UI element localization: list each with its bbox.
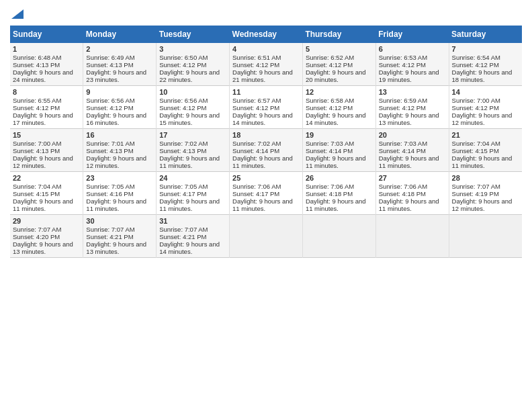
day-number: 12 xyxy=(306,88,373,96)
calendar-cell: 11Sunrise: 6:57 AMSunset: 4:12 PMDayligh… xyxy=(230,86,303,129)
sunrise-text: Sunrise: 6:56 AM xyxy=(86,97,134,104)
sunset-text: Sunset: 4:14 PM xyxy=(306,147,353,154)
calendar-row: 1Sunrise: 6:48 AMSunset: 4:13 PMDaylight… xyxy=(10,43,522,86)
calendar-cell xyxy=(375,215,449,258)
day-number: 7 xyxy=(452,45,519,53)
calendar-row: 22Sunrise: 7:04 AMSunset: 4:15 PMDayligh… xyxy=(10,172,522,215)
daylight-label: Daylight: 9 hours and 11 minutes. xyxy=(306,197,366,212)
daylight-label: Daylight: 9 hours and 20 minutes. xyxy=(306,68,366,83)
calendar-cell xyxy=(230,215,303,258)
day-number: 6 xyxy=(379,45,446,53)
calendar-cell: 31Sunrise: 7:07 AMSunset: 4:21 PMDayligh… xyxy=(157,215,230,258)
day-number: 23 xyxy=(86,174,153,182)
day-number: 10 xyxy=(159,88,226,96)
sunset-text: Sunset: 4:18 PM xyxy=(306,190,353,197)
sunset-text: Sunset: 4:14 PM xyxy=(379,147,426,154)
sunset-text: Sunset: 4:18 PM xyxy=(379,190,426,197)
header-row: Sunday Monday Tuesday Wednesday Thursday… xyxy=(10,26,522,43)
sunset-text: Sunset: 4:12 PM xyxy=(452,104,499,111)
calendar-cell: 28Sunrise: 7:07 AMSunset: 4:19 PMDayligh… xyxy=(449,172,522,215)
col-thursday: Thursday xyxy=(302,26,375,43)
sunrise-text: Sunrise: 7:04 AM xyxy=(452,140,500,147)
calendar-cell: 20Sunrise: 7:03 AMSunset: 4:14 PMDayligh… xyxy=(375,129,449,172)
col-tuesday: Tuesday xyxy=(157,26,230,43)
daylight-label: Daylight: 9 hours and 12 minutes. xyxy=(452,197,513,212)
sunrise-text: Sunrise: 6:55 AM xyxy=(13,97,61,104)
sunset-text: Sunset: 4:16 PM xyxy=(86,190,133,197)
sunset-text: Sunset: 4:21 PM xyxy=(159,233,206,240)
sunrise-text: Sunrise: 6:57 AM xyxy=(232,97,281,104)
calendar-header: Sunday Monday Tuesday Wednesday Thursday… xyxy=(10,26,522,43)
day-number: 16 xyxy=(86,131,153,139)
calendar-cell: 17Sunrise: 7:02 AMSunset: 4:13 PMDayligh… xyxy=(157,129,230,172)
day-number: 8 xyxy=(13,88,80,96)
sunrise-text: Sunrise: 7:04 AM xyxy=(13,183,61,190)
sunrise-text: Sunrise: 7:07 AM xyxy=(159,226,208,233)
calendar-cell: 23Sunrise: 7:05 AMSunset: 4:16 PMDayligh… xyxy=(83,172,157,215)
sunset-text: Sunset: 4:17 PM xyxy=(159,190,206,197)
sunrise-text: Sunrise: 6:51 AM xyxy=(232,54,281,61)
sunset-text: Sunset: 4:12 PM xyxy=(306,61,353,68)
calendar-row: 8Sunrise: 6:55 AMSunset: 4:12 PMDaylight… xyxy=(10,86,522,129)
daylight-label: Daylight: 9 hours and 11 minutes. xyxy=(232,154,293,169)
calendar-row: 15Sunrise: 7:00 AMSunset: 4:13 PMDayligh… xyxy=(10,129,522,172)
day-number: 26 xyxy=(306,174,373,182)
day-number: 4 xyxy=(232,45,300,53)
col-friday: Friday xyxy=(375,26,449,43)
daylight-label: Daylight: 9 hours and 13 minutes. xyxy=(86,240,146,255)
logo-icon xyxy=(11,7,24,19)
day-number: 3 xyxy=(159,45,226,53)
sunrise-text: Sunrise: 6:49 AM xyxy=(86,54,134,61)
svg-marker-0 xyxy=(11,9,24,19)
day-number: 27 xyxy=(379,174,446,182)
day-number: 19 xyxy=(306,131,373,139)
sunset-text: Sunset: 4:13 PM xyxy=(13,61,60,68)
calendar-cell: 4Sunrise: 6:51 AMSunset: 4:12 PMDaylight… xyxy=(230,43,303,86)
calendar-cell: 14Sunrise: 7:00 AMSunset: 4:12 PMDayligh… xyxy=(449,86,522,129)
day-number: 15 xyxy=(13,131,80,139)
daylight-label: Daylight: 9 hours and 11 minutes. xyxy=(13,197,73,212)
sunrise-text: Sunrise: 7:02 AM xyxy=(159,140,208,147)
calendar-cell: 30Sunrise: 7:07 AMSunset: 4:21 PMDayligh… xyxy=(83,215,157,258)
col-wednesday: Wednesday xyxy=(230,26,303,43)
daylight-label: Daylight: 9 hours and 15 minutes. xyxy=(159,111,220,126)
daylight-label: Daylight: 9 hours and 19 minutes. xyxy=(379,68,439,83)
sunset-text: Sunset: 4:13 PM xyxy=(13,147,60,154)
calendar-cell xyxy=(302,215,375,258)
calendar-cell: 25Sunrise: 7:06 AMSunset: 4:17 PMDayligh… xyxy=(230,172,303,215)
day-number: 30 xyxy=(86,217,153,225)
sunset-text: Sunset: 4:15 PM xyxy=(452,147,499,154)
calendar-cell: 19Sunrise: 7:03 AMSunset: 4:14 PMDayligh… xyxy=(302,129,375,172)
sunset-text: Sunset: 4:14 PM xyxy=(232,147,279,154)
day-number: 25 xyxy=(232,174,300,182)
day-number: 20 xyxy=(379,131,446,139)
calendar-cell: 18Sunrise: 7:02 AMSunset: 4:14 PMDayligh… xyxy=(230,129,303,172)
sunset-text: Sunset: 4:12 PM xyxy=(13,104,60,111)
calendar-cell xyxy=(449,215,522,258)
day-number: 11 xyxy=(232,88,300,96)
sunrise-text: Sunrise: 6:59 AM xyxy=(379,97,427,104)
sunrise-text: Sunrise: 6:48 AM xyxy=(13,54,61,61)
day-number: 1 xyxy=(13,45,80,53)
sunrise-text: Sunrise: 6:53 AM xyxy=(379,54,427,61)
sunrise-text: Sunrise: 7:06 AM xyxy=(232,183,281,190)
sunset-text: Sunset: 4:13 PM xyxy=(86,147,133,154)
sunset-text: Sunset: 4:12 PM xyxy=(86,104,133,111)
calendar-cell: 10Sunrise: 6:56 AMSunset: 4:12 PMDayligh… xyxy=(157,86,230,129)
daylight-label: Daylight: 9 hours and 16 minutes. xyxy=(86,111,146,126)
sunset-text: Sunset: 4:19 PM xyxy=(452,190,499,197)
day-number: 14 xyxy=(452,88,519,96)
sunset-text: Sunset: 4:13 PM xyxy=(159,147,206,154)
sunset-text: Sunset: 4:12 PM xyxy=(159,61,206,68)
sunset-text: Sunset: 4:21 PM xyxy=(86,233,133,240)
calendar-cell: 5Sunrise: 6:52 AMSunset: 4:12 PMDaylight… xyxy=(302,43,375,86)
sunset-text: Sunset: 4:12 PM xyxy=(232,61,279,68)
sunset-text: Sunset: 4:17 PM xyxy=(232,190,279,197)
daylight-label: Daylight: 9 hours and 11 minutes. xyxy=(306,154,366,169)
daylight-label: Daylight: 9 hours and 22 minutes. xyxy=(159,68,220,83)
day-number: 2 xyxy=(86,45,153,53)
calendar-cell: 1Sunrise: 6:48 AMSunset: 4:13 PMDaylight… xyxy=(10,43,83,86)
calendar-cell: 22Sunrise: 7:04 AMSunset: 4:15 PMDayligh… xyxy=(10,172,83,215)
sunrise-text: Sunrise: 7:07 AM xyxy=(13,226,61,233)
daylight-label: Daylight: 9 hours and 18 minutes. xyxy=(452,68,513,83)
